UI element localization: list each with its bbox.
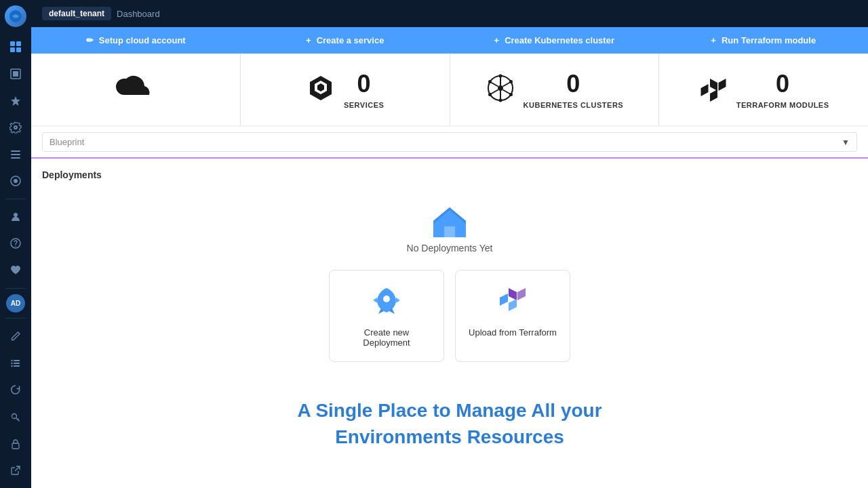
svg-point-48 xyxy=(383,296,390,302)
sidebar-item-lock[interactable] xyxy=(3,432,28,456)
svg-point-11 xyxy=(14,179,18,183)
create-k8s-button[interactable]: + Create Kubernetes cluster xyxy=(450,27,659,54)
stat-k8s: 0 KUBERNETES CLUSTERS xyxy=(450,54,659,125)
svg-marker-42 xyxy=(701,84,708,96)
k8s-icon xyxy=(486,73,515,106)
run-terraform-icon: + xyxy=(711,35,716,45)
stat-cloud-accounts xyxy=(31,54,240,125)
sidebar-item-user[interactable] xyxy=(3,205,28,229)
upload-terraform-card[interactable]: Upload from Terraform xyxy=(455,270,570,362)
app-logo[interactable] xyxy=(5,5,26,27)
svg-marker-52 xyxy=(509,299,517,311)
services-count: 0 xyxy=(357,70,371,98)
terraform-label: TERRAFORM MODULES xyxy=(736,101,829,109)
terraform-icon xyxy=(698,73,728,106)
hero-text: A Single Place to Manage All your Enviro… xyxy=(283,384,615,464)
svg-marker-40 xyxy=(710,79,717,91)
blueprint-row: Blueprint ▼ xyxy=(31,127,868,159)
sidebar-item-dashboard[interactable] xyxy=(3,35,28,60)
svg-rect-3 xyxy=(10,47,15,52)
svg-line-31 xyxy=(490,82,498,87)
action-buttons-row: ✏ Setup cloud account + Create a service… xyxy=(31,27,868,54)
run-terraform-button[interactable]: + Run Terraform module xyxy=(659,27,869,54)
stat-terraform: 0 TERRAFORM MODULES xyxy=(659,54,868,125)
services-label: SERVICES xyxy=(344,101,384,109)
terraform-upload-icon xyxy=(495,284,530,319)
terraform-info: 0 TERRAFORM MODULES xyxy=(736,70,829,109)
sidebar-divider-3 xyxy=(5,318,26,319)
create-deployment-card[interactable]: Create new Deployment xyxy=(329,270,444,362)
sidebar-item-refresh[interactable] xyxy=(3,378,28,403)
svg-marker-41 xyxy=(718,79,726,91)
svg-point-34 xyxy=(498,75,502,78)
blueprint-arrow-icon[interactable]: ▼ xyxy=(842,138,850,147)
svg-marker-50 xyxy=(517,288,526,300)
empty-house-icon xyxy=(431,205,469,243)
svg-marker-49 xyxy=(509,288,517,300)
svg-marker-43 xyxy=(710,89,717,102)
stat-services: 0 SERVICES xyxy=(241,54,450,125)
blueprint-wrapper: Blueprint ▼ xyxy=(42,132,857,152)
svg-rect-7 xyxy=(11,150,20,152)
create-service-button[interactable]: + Create a service xyxy=(241,27,450,54)
create-deployment-label: Create new Deployment xyxy=(340,327,433,348)
svg-rect-4 xyxy=(16,47,21,52)
cloud-icon xyxy=(112,71,159,108)
svg-point-36 xyxy=(509,80,513,83)
sidebar-item-external[interactable] xyxy=(3,458,28,483)
svg-point-35 xyxy=(498,99,502,102)
svg-rect-6 xyxy=(13,71,18,77)
svg-rect-47 xyxy=(444,226,455,237)
sidebar-item-bullet-list[interactable] xyxy=(3,351,28,375)
no-deployments-text: No Deployments Yet xyxy=(407,243,493,253)
svg-marker-51 xyxy=(500,293,508,306)
svg-rect-16 xyxy=(14,360,20,361)
sidebar: AD xyxy=(0,0,31,488)
svg-rect-8 xyxy=(11,154,20,155)
k8s-info: 0 KUBERNETES CLUSTERS xyxy=(524,70,624,109)
sidebar-divider-1 xyxy=(5,199,26,199)
sidebar-item-edit[interactable] xyxy=(3,324,28,348)
svg-line-32 xyxy=(502,90,511,95)
create-service-icon: + xyxy=(306,35,311,45)
svg-point-19 xyxy=(11,365,12,367)
services-info: 0 SERVICES xyxy=(344,70,384,109)
services-icon xyxy=(306,73,336,106)
empty-state: No Deployments Yet xyxy=(42,191,857,470)
svg-rect-2 xyxy=(16,41,21,46)
upload-terraform-label: Upload from Terraform xyxy=(469,327,557,338)
sidebar-item-deployments[interactable] xyxy=(3,89,28,113)
deployments-title: Deployments xyxy=(42,169,857,180)
sidebar-item-list[interactable] xyxy=(3,142,28,167)
deployment-action-cards: Create new Deployment Upload from Terra xyxy=(329,270,570,362)
svg-line-33 xyxy=(490,90,498,95)
sidebar-item-health[interactable] xyxy=(3,258,28,283)
tenant-label[interactable]: default_tenant xyxy=(42,7,111,20)
svg-point-21 xyxy=(12,413,17,418)
sidebar-item-settings[interactable] xyxy=(3,115,28,140)
svg-line-30 xyxy=(502,82,511,87)
user-avatar[interactable]: AD xyxy=(6,294,25,313)
svg-point-17 xyxy=(11,363,12,364)
sidebar-item-help[interactable] xyxy=(3,232,28,256)
breadcrumb: Dashboard xyxy=(117,9,160,19)
sidebar-item-gear2[interactable] xyxy=(3,169,28,194)
sidebar-item-pages[interactable] xyxy=(3,62,28,86)
k8s-label: KUBERNETES CLUSTERS xyxy=(524,101,624,109)
setup-cloud-label: Setup cloud account xyxy=(99,35,186,45)
svg-rect-18 xyxy=(14,363,20,364)
create-k8s-icon: + xyxy=(494,35,500,45)
svg-rect-22 xyxy=(12,443,19,449)
svg-rect-9 xyxy=(11,157,20,159)
svg-point-12 xyxy=(14,213,18,217)
svg-point-14 xyxy=(15,246,16,247)
create-service-label: Create a service xyxy=(317,35,384,45)
svg-rect-20 xyxy=(14,365,20,367)
content-area: Deployments No Deployments Yet xyxy=(31,159,868,488)
setup-cloud-button[interactable]: ✏ Setup cloud account xyxy=(31,27,241,54)
sidebar-divider-2 xyxy=(5,288,26,289)
sidebar-item-key[interactable] xyxy=(3,405,28,429)
terraform-count: 0 xyxy=(776,70,789,98)
svg-point-15 xyxy=(11,360,12,361)
setup-cloud-icon: ✏ xyxy=(86,35,94,45)
